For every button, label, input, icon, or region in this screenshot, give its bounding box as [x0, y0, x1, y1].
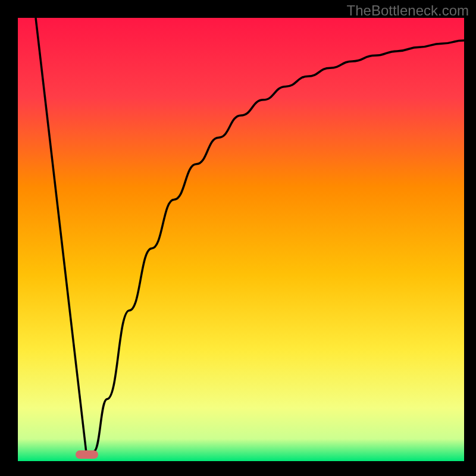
chart-svg	[18, 18, 464, 461]
chart-area	[18, 18, 464, 461]
optimal-point-marker	[76, 450, 98, 459]
gradient-background	[18, 18, 464, 461]
watermark-text: TheBottleneck.com	[347, 2, 469, 19]
